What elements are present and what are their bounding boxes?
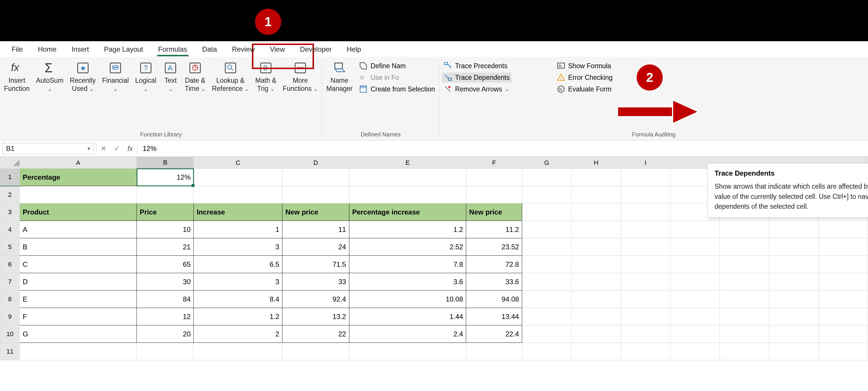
cell[interactable] xyxy=(621,343,670,360)
cell[interactable] xyxy=(571,273,621,290)
cell[interactable] xyxy=(621,308,670,326)
cell[interactable] xyxy=(571,203,621,221)
row-header-11[interactable]: 11 xyxy=(0,343,20,360)
cell[interactable] xyxy=(282,343,349,360)
tab-insert[interactable]: Insert xyxy=(70,45,90,54)
cell-B1[interactable]: 12% xyxy=(137,169,194,186)
cell[interactable] xyxy=(719,343,769,360)
cell[interactable] xyxy=(571,238,621,256)
cell[interactable] xyxy=(670,343,719,360)
row-header-3[interactable]: 3 xyxy=(0,203,20,221)
cell[interactable] xyxy=(719,326,769,343)
row-header-8[interactable]: 8 xyxy=(0,290,20,308)
create-from-selection-button[interactable]: Create from Selection xyxy=(357,84,437,94)
recently-used-button[interactable]: ★ Recently Used ⌄ xyxy=(68,59,97,93)
cell[interactable] xyxy=(621,169,670,186)
trace-precedents-button[interactable]: Trace Precedents xyxy=(442,61,509,71)
row-header-1[interactable]: 1 xyxy=(0,169,20,186)
cell[interactable] xyxy=(769,238,818,256)
tab-developer[interactable]: Developer xyxy=(299,45,333,54)
cell[interactable] xyxy=(571,221,621,238)
cell[interactable] xyxy=(466,186,522,203)
cell[interactable] xyxy=(670,308,719,326)
cell[interactable]: 10.08 xyxy=(349,290,466,308)
cell[interactable] xyxy=(719,308,769,326)
cell[interactable]: C xyxy=(20,256,137,273)
cell[interactable] xyxy=(522,203,571,221)
cell[interactable] xyxy=(719,290,769,308)
cell-A3[interactable]: Product xyxy=(20,203,137,221)
insert-function-button[interactable]: fx Insert Function xyxy=(2,59,31,93)
cell[interactable]: 8.4 xyxy=(194,290,282,308)
cell[interactable]: 12 xyxy=(137,308,194,326)
cell[interactable]: 94.08 xyxy=(466,290,522,308)
use-in-formula-button[interactable]: fx Use in Fo xyxy=(357,73,401,82)
error-checking-button[interactable]: ! Error Checking xyxy=(555,73,614,82)
cell[interactable]: 11.2 xyxy=(466,221,522,238)
cell[interactable]: 21 xyxy=(137,238,194,256)
cell[interactable] xyxy=(719,221,769,238)
cell[interactable] xyxy=(769,343,818,360)
cell[interactable] xyxy=(571,308,621,326)
cell[interactable] xyxy=(769,273,818,290)
name-box[interactable]: B1 ▾ xyxy=(2,143,94,155)
cell[interactable] xyxy=(769,326,818,343)
cell[interactable]: 6.5 xyxy=(194,256,282,273)
cell[interactable] xyxy=(20,186,137,203)
cell[interactable]: 2.52 xyxy=(349,238,466,256)
cell[interactable] xyxy=(719,238,769,256)
cell[interactable] xyxy=(194,186,282,203)
tab-home[interactable]: Home xyxy=(37,45,58,54)
cell[interactable]: 7.8 xyxy=(349,256,466,273)
cell[interactable]: 30 xyxy=(137,273,194,290)
cell[interactable]: 33.6 xyxy=(466,273,522,290)
cell[interactable] xyxy=(522,186,571,203)
remove-arrows-button[interactable]: Remove Arrows ⌄ xyxy=(442,84,511,94)
cell[interactable]: F xyxy=(20,308,137,326)
enter-icon[interactable]: ✓ xyxy=(112,144,122,153)
cell[interactable] xyxy=(282,169,349,186)
cell[interactable]: 3 xyxy=(194,273,282,290)
cell-E3[interactable]: Percentage increase xyxy=(349,203,466,221)
row-header-2[interactable]: 2 xyxy=(0,186,20,203)
cell[interactable] xyxy=(719,256,769,273)
cell[interactable] xyxy=(137,186,194,203)
cell[interactable] xyxy=(522,256,571,273)
name-manager-button[interactable]: Name Manager xyxy=(324,59,354,93)
col-header-G[interactable]: G xyxy=(522,157,571,169)
cell[interactable] xyxy=(571,290,621,308)
tab-help[interactable]: Help xyxy=(346,45,362,54)
cell[interactable]: 2 xyxy=(194,326,282,343)
col-header-H[interactable]: H xyxy=(571,157,621,169)
cell[interactable] xyxy=(571,169,621,186)
cell[interactable] xyxy=(571,256,621,273)
col-header-E[interactable]: E xyxy=(349,157,466,169)
tab-page-layout[interactable]: Page Layout xyxy=(103,45,144,54)
cell[interactable]: 3 xyxy=(194,238,282,256)
cell[interactable] xyxy=(522,273,571,290)
tab-data[interactable]: Data xyxy=(201,45,218,54)
cell[interactable] xyxy=(621,203,670,221)
cell[interactable]: 72.8 xyxy=(466,256,522,273)
cell[interactable]: 10 xyxy=(137,221,194,238)
cell[interactable] xyxy=(670,256,719,273)
cell[interactable] xyxy=(769,221,818,238)
formula-input[interactable] xyxy=(137,143,868,155)
evaluate-formula-button[interactable]: fx Evaluate Form xyxy=(555,84,614,94)
more-functions-button[interactable]: More Functions ⌄ xyxy=(281,59,319,93)
cell[interactable] xyxy=(818,326,868,343)
cell[interactable] xyxy=(818,256,868,273)
cell[interactable] xyxy=(522,221,571,238)
lookup-reference-button[interactable]: Lookup & Reference ⌄ xyxy=(210,59,251,93)
date-time-button[interactable]: Date & Time ⌄ xyxy=(183,59,207,93)
cell[interactable]: 71.5 xyxy=(282,256,349,273)
tab-review[interactable]: Review xyxy=(231,45,256,54)
show-formulas-button[interactable]: fx Show Formula xyxy=(555,61,613,71)
col-header-A[interactable]: A xyxy=(20,157,137,169)
cell[interactable] xyxy=(621,221,670,238)
cell[interactable] xyxy=(818,273,868,290)
cell[interactable]: 1.2 xyxy=(349,221,466,238)
cell-D3[interactable]: New price xyxy=(282,203,349,221)
cell[interactable] xyxy=(621,186,670,203)
cell[interactable] xyxy=(621,238,670,256)
